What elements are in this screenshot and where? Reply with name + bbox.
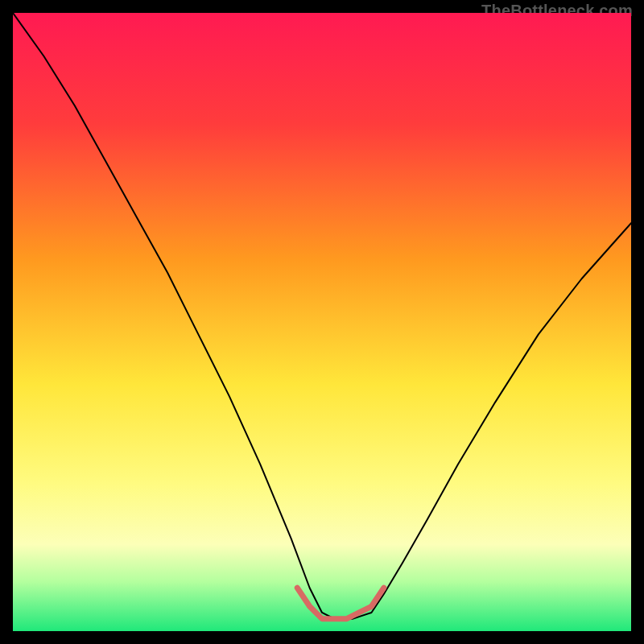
chart-frame: TheBottleneck.com bbox=[0, 0, 644, 644]
chart-svg bbox=[13, 13, 631, 631]
plot-area bbox=[13, 13, 631, 631]
gradient-background bbox=[13, 13, 631, 631]
